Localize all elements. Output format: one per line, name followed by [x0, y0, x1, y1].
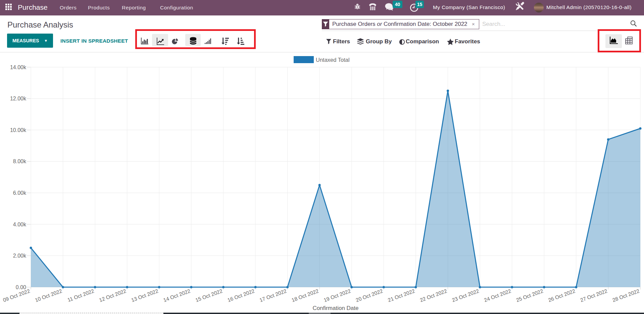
svg-text:17 Oct 2022: 17 Oct 2022: [259, 288, 287, 303]
svg-text:10.00k: 10.00k: [10, 127, 27, 133]
svg-text:09 Oct 2022: 09 Oct 2022: [2, 288, 31, 303]
svg-text:Confirmation Date: Confirmation Date: [312, 305, 358, 311]
svg-text:2.00k: 2.00k: [13, 253, 27, 259]
svg-text:20 Oct 2022: 20 Oct 2022: [355, 288, 384, 303]
svg-text:28 Oct 2022: 28 Oct 2022: [611, 288, 640, 303]
svg-text:24 Oct 2022: 24 Oct 2022: [483, 288, 512, 303]
svg-text:6.00k: 6.00k: [13, 190, 27, 196]
svg-text:13 Oct 2022: 13 Oct 2022: [131, 288, 159, 303]
svg-text:23 Oct 2022: 23 Oct 2022: [451, 288, 480, 303]
svg-text:12 Oct 2022: 12 Oct 2022: [98, 288, 127, 303]
svg-text:8.00k: 8.00k: [13, 159, 27, 164]
svg-text:16 Oct 2022: 16 Oct 2022: [227, 288, 255, 303]
svg-text:26 Oct 2022: 26 Oct 2022: [547, 288, 576, 303]
svg-text:22 Oct 2022: 22 Oct 2022: [419, 288, 448, 303]
svg-text:4.00k: 4.00k: [13, 222, 27, 227]
svg-text:21 Oct 2022: 21 Oct 2022: [387, 288, 415, 303]
svg-text:25 Oct 2022: 25 Oct 2022: [515, 288, 544, 303]
svg-text:27 Oct 2022: 27 Oct 2022: [580, 288, 608, 303]
svg-text:14 Oct 2022: 14 Oct 2022: [162, 288, 191, 303]
svg-text:11 Oct 2022: 11 Oct 2022: [67, 288, 95, 303]
svg-text:14.00k: 14.00k: [10, 64, 27, 70]
svg-text:18 Oct 2022: 18 Oct 2022: [291, 288, 319, 303]
svg-text:Untaxed Total: Untaxed Total: [316, 57, 350, 63]
svg-text:15 Oct 2022: 15 Oct 2022: [195, 288, 223, 303]
svg-text:12.00k: 12.00k: [10, 96, 27, 101]
svg-text:19 Oct 2022: 19 Oct 2022: [323, 288, 351, 303]
svg-text:10 Oct 2022: 10 Oct 2022: [34, 288, 63, 303]
